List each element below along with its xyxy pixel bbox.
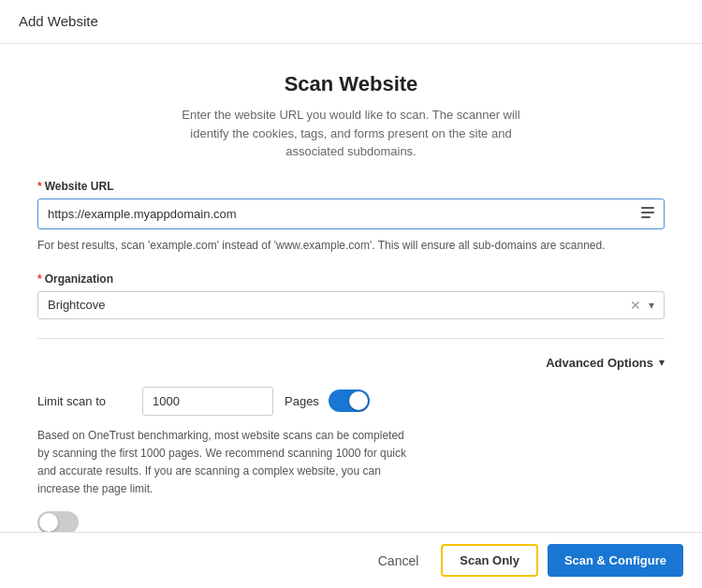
add-website-window: Add Website Scan Website Enter the websi… [0, 0, 702, 588]
cancel-button[interactable]: Cancel [365, 546, 432, 576]
extra-toggle[interactable] [37, 511, 79, 532]
url-input-wrapper [37, 198, 665, 229]
window-title: Add Website [19, 13, 98, 29]
url-required-star: * [37, 180, 42, 193]
url-hint: For best results, scan 'example.com' ins… [37, 237, 665, 254]
org-value: Brightcove [48, 298, 630, 312]
scan-only-button[interactable]: Scan Only [441, 544, 538, 577]
scan-configure-button[interactable]: Scan & Configure [548, 544, 683, 577]
bottom-row [37, 511, 665, 532]
limit-scan-label: Limit scan to [37, 394, 131, 408]
modal-header: Scan Website Enter the website URL you w… [37, 72, 665, 161]
clear-icon[interactable]: ✕ [630, 298, 641, 313]
advanced-options-toggle[interactable]: Advanced Options ▾ [37, 348, 665, 377]
limit-scan-row: Limit scan to Pages [37, 387, 665, 416]
svg-rect-0 [641, 207, 654, 209]
limit-scan-toggle[interactable] [329, 390, 370, 412]
modal-heading: Scan Website [37, 72, 665, 96]
modal-footer: Cancel Scan Only Scan & Configure [0, 532, 702, 588]
modal-description: Enter the website URL you would like to … [173, 106, 529, 161]
limit-scan-input[interactable] [142, 387, 273, 416]
list-icon [640, 205, 655, 223]
advanced-options-chevron-icon: ▾ [659, 356, 665, 369]
org-form-group: * Organization Brightcove ✕ ▾ [37, 272, 665, 319]
limit-scan-info: Based on OneTrust benchmarking, most web… [37, 427, 412, 499]
org-required-star: * [37, 272, 42, 286]
org-select[interactable]: Brightcove ✕ ▾ [37, 291, 665, 319]
modal-content: Scan Website Enter the website URL you w… [0, 44, 702, 588]
extra-toggle-row [37, 511, 79, 532]
svg-rect-1 [641, 212, 654, 213]
title-bar: Add Website [0, 0, 702, 44]
advanced-options-label: Advanced Options [546, 356, 653, 370]
svg-rect-2 [641, 216, 651, 218]
divider [37, 338, 665, 339]
modal-body: Scan Website Enter the website URL you w… [0, 44, 702, 532]
advanced-section: Limit scan to Pages Based on OneTrust be… [37, 377, 665, 533]
url-form-group: * Website URL For best results, scan 'ex… [37, 180, 665, 254]
pages-label: Pages [285, 394, 319, 408]
chevron-down-icon: ▾ [649, 299, 654, 312]
org-label: * Organization [37, 272, 665, 286]
url-label: * Website URL [37, 180, 665, 193]
url-input[interactable] [37, 198, 665, 229]
